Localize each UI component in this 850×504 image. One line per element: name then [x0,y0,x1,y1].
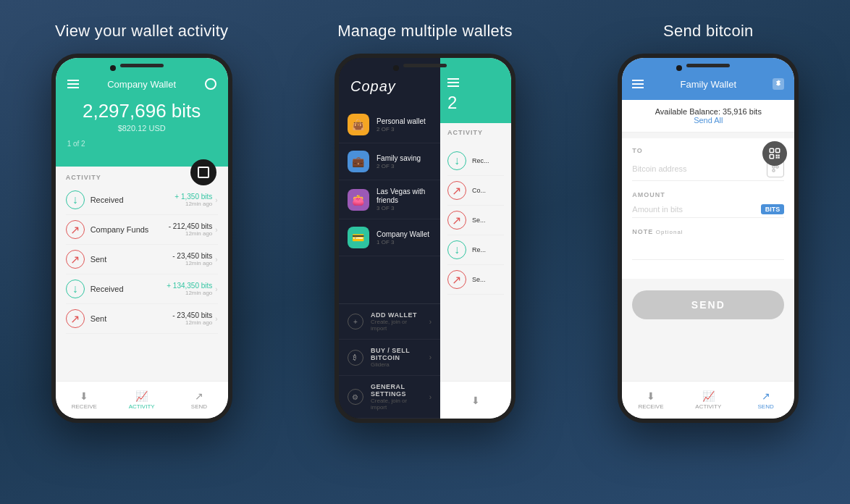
send-button[interactable]: SEND [632,290,784,319]
menu-item-buy-sell[interactable]: ₿ BUY / SELL BITCOIN Glidera › [339,340,440,376]
to-field: TO Bitcoin address [632,147,784,181]
send-icon: ↗ [447,270,466,289]
tx-time: 12min ago [172,319,212,326]
menu-item-add-wallet[interactable]: + ADD WALLET Create, join or import › [339,304,440,340]
detail-topbar [447,78,504,87]
nav-activity-label: ACTIVITY [695,403,721,410]
list-item[interactable]: 💼 Family saving 2 OF 3 [339,143,440,180]
wallet-icon-personal: 👜 [348,114,369,135]
wallet-info: Las Vegas with friends 3 OF 3 [376,188,432,211]
svg-rect-0 [770,148,774,152]
menu-icon[interactable] [447,78,459,87]
nav-receive-label: RECEIVE [72,403,97,410]
chevron-icon: › [215,256,217,264]
menu-icon[interactable] [632,80,644,88]
list-item[interactable]: 👛 Las Vegas with friends 3 OF 3 [339,180,440,219]
nav-send-label: SEND [191,403,207,410]
tx-name: Company Funds [91,225,169,234]
to-input-wrapper: Bitcoin address [632,157,784,181]
tx-amount: + 1,350 bits [174,193,212,201]
wallet-info: Family saving 2 OF 3 [376,154,432,169]
receive-icon: ↓ [66,190,85,209]
bits-badge[interactable]: BITS [761,204,785,214]
tx-name: Sent [91,255,173,264]
wallet-name: Company Wallet [107,79,176,90]
table-row[interactable]: ↗ Se... [447,265,504,295]
chevron-icon: › [215,315,217,323]
table-row[interactable]: ↗ Sent - 23,450 bits 12min ago › [66,245,218,274]
tx-name: Re... [472,246,504,253]
tx-amount: + 134,350 bits [167,282,212,290]
chevron-icon: › [429,393,432,401]
chevron-icon: › [429,353,432,361]
wallet-name: Las Vegas with friends [376,188,432,205]
tx-name: Se... [472,217,504,224]
menu-item-label: BUY / SELL BITCOIN [371,347,422,361]
wallet-icon-family: 💼 [348,151,369,172]
wallet-activity-preview: ACTIVITY ↓ Rec... ↗ Co... ↗ Se... [440,123,511,381]
list-item[interactable]: 👜 Personal wallet 2 OF 3 [339,106,440,143]
section-wallet-activity: View your wallet activity Company Wallet… [14,22,269,423]
send-nav-icon: ↗ [195,390,203,402]
wallet-name: Family saving [376,154,432,163]
tx-amount: - 23,450 bits [172,311,212,319]
svg-rect-9 [773,169,775,172]
tx-amount: - 212,450 bits [169,222,213,230]
send-icon: ↗ [447,211,466,230]
svg-rect-1 [776,148,780,152]
menu-icon[interactable] [67,80,79,88]
note-input[interactable] [632,238,784,260]
receive-icon: ↓ [447,151,466,170]
wallet-info: Company Wallet 1 OF 3 [376,230,432,245]
nav-activity[interactable]: 📈 ACTIVITY [113,390,170,410]
table-row[interactable]: ↓ Re... [447,235,504,265]
menu-item-settings[interactable]: ⚙ GENERAL SETTINGS Create, join or impor… [339,376,440,419]
bottom-navigation: ⬇ RECEIVE 📈 ACTIVITY ↗ SEND [622,381,794,419]
nav-activity-label: ACTIVITY [129,403,155,410]
amount-input-wrapper: Amount in bits BITS [632,201,784,218]
wallet-icon-company: 💳 [348,227,369,248]
settings-icon[interactable] [205,78,216,90]
chevron-icon: › [215,196,217,204]
send-topbar: Family Wallet [632,78,784,90]
table-row[interactable]: ↓ Received + 1,350 bits 12min ago › [66,185,218,215]
nav-send-label: SEND [758,403,774,410]
amount-input[interactable]: Amount in bits [632,205,683,214]
wallet-sub: 2 OF 3 [376,126,432,133]
list-item[interactable]: 💳 Company Wallet 1 OF 3 [339,219,440,256]
send-icon: ↗ [66,250,85,269]
screen-send-bitcoin: Family Wallet [622,58,794,419]
table-row[interactable]: ↗ Se... [447,206,504,235]
settings-icon[interactable] [773,78,784,90]
scan-button[interactable] [190,159,216,185]
send-icon: ↗ [66,220,85,239]
tx-name: Rec... [472,157,504,164]
table-row[interactable]: ↓ Received + 134,350 bits 12min ago › [66,274,218,304]
section-multiple-wallets: Manage multiple wallets Copay 👜 Personal… [298,22,552,423]
send-icon: ↗ [447,181,466,200]
nav-receive[interactable]: ⬇ RECEIVE [622,390,679,410]
bitcoin-address-input[interactable]: Bitcoin address [632,164,686,173]
table-row[interactable]: ↗ Co... [447,176,504,206]
receive-nav-icon: ⬇ [647,390,655,402]
receive-icon: ↓ [66,280,85,298]
nav-send[interactable]: ↗ SEND [737,390,794,410]
section-send-bitcoin: Send bitcoin Family Wallet [581,22,836,423]
wallet-detail-panel: 2 ACTIVITY ↓ Rec... ↗ Co... [440,58,511,419]
screen-multiple-wallets: Copay 👜 Personal wallet 2 OF 3 💼 Family … [339,58,511,419]
table-row[interactable]: ↗ Company Funds - 212,450 bits 12min ago… [66,215,218,245]
send-all-link[interactable]: Send All [632,116,784,125]
nav-receive-label: RECEIVE [638,403,663,410]
general-settings-icon: ⚙ [348,389,363,405]
to-label: TO [632,147,784,154]
nav-activity[interactable]: 📈 ACTIVITY [680,390,737,410]
chevron-icon: › [429,318,432,326]
nav-receive[interactable]: ⬇ RECEIVE [56,390,113,410]
tx-name: Se... [472,276,504,283]
phone-3: Family Wallet [618,54,799,423]
table-row[interactable]: ↓ Rec... [447,146,504,176]
menu-item-info: GENERAL SETTINGS Create, join or import [371,383,422,411]
activity-nav-icon: 📈 [702,390,715,402]
nav-send[interactable]: ↗ SEND [170,390,227,410]
table-row[interactable]: ↗ Sent - 23,450 bits 12min ago › [66,304,218,334]
